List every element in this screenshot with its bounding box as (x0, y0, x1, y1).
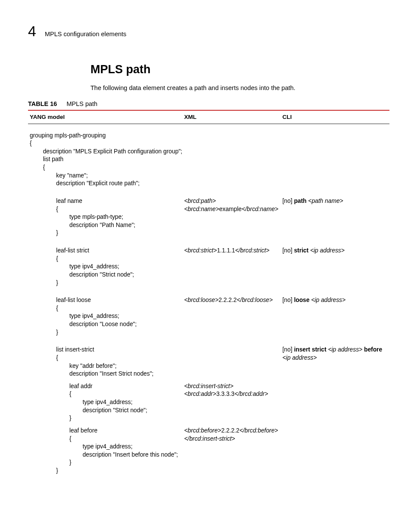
xml-cell: <brcd:strict>1.1.1.1</brcd:strict> (183, 239, 281, 289)
xml-tag: <brcd:name> (184, 206, 219, 212)
yang-cell: leaf-list strict { type ipv4_address; de… (28, 239, 183, 289)
table-row: leaf before { type ipv4_address; descrip… (28, 424, 389, 477)
cli-text: loose (294, 297, 309, 303)
yang-line: { (30, 435, 180, 443)
yang-line: } (30, 459, 180, 467)
yang-line: description "Strict node"; (30, 407, 180, 415)
xml-tag: <brcd:strict> (184, 247, 217, 254)
yang-cell: list insert-strict { key "addr before"; … (28, 338, 183, 380)
table-row: leaf addr { type ipv4_address; descripti… (28, 380, 389, 424)
table-number: TABLE 16 (28, 100, 57, 107)
yang-line: } (30, 279, 180, 287)
cli-cell (281, 424, 389, 477)
yang-line: } (30, 467, 180, 475)
xml-tag: <brcd:addr> (184, 391, 216, 397)
xml-text: 3.3.3.3 (216, 391, 234, 397)
xml-tag: </brcd:addr> (234, 391, 268, 397)
xml-tag: </brcd:loose> (237, 297, 273, 303)
xml-text: 2.2.2.2 (221, 427, 239, 434)
xml-text: 2.2.2.2 (218, 297, 237, 303)
col-header-cli: CLI (281, 110, 389, 124)
yang-cell: grouping mpls-path-grouping { descriptio… (28, 124, 183, 190)
table-row: leaf-list strict { type ipv4_address; de… (28, 239, 389, 289)
cli-text: <ip address> (311, 297, 346, 303)
yang-line: description "Loose node"; (30, 320, 180, 329)
cli-text: [no] (283, 346, 293, 353)
mpls-path-table: YANG model XML CLI grouping mpls-path-gr… (28, 110, 389, 477)
section-intro: The following data element creates a pat… (90, 84, 389, 92)
table-row: grouping mpls-path-grouping { descriptio… (28, 124, 389, 190)
main-content: MPLS path The following data element cre… (90, 62, 389, 92)
xml-tag: <brcd:loose> (184, 297, 219, 303)
cli-text: insert strict (294, 346, 326, 353)
cli-text: strict (294, 247, 308, 254)
xml-tag: <brcd:before> (184, 427, 221, 434)
table-row: leaf name { type mpls-path-type; descrip… (28, 190, 389, 239)
yang-cell: leaf before { type ipv4_address; descrip… (28, 424, 183, 477)
yang-line: description "Strict node"; (30, 271, 180, 279)
yang-line: description "Insert before this node"; (30, 451, 180, 459)
yang-line: type ipv4_address; (30, 398, 180, 407)
xml-cell: <brcd:loose>2.2.2.2</brcd:loose> (183, 289, 281, 338)
xml-tag: <brcd:path> (184, 198, 216, 204)
xml-tag: </brcd:insert-strict> (184, 436, 235, 442)
col-header-yang: YANG model (28, 110, 183, 124)
yang-line: { (30, 205, 180, 214)
cli-text: <ip address> (283, 355, 317, 361)
yang-line: type ipv4_address; (30, 312, 180, 320)
yang-line: leaf addr (30, 383, 180, 391)
cli-text: <ip address> (310, 247, 345, 254)
yang-line: type mpls-path-type; (30, 213, 180, 221)
cli-text: <ip address> (328, 346, 362, 353)
yang-line: leaf before (30, 427, 180, 435)
cli-text: path (294, 198, 306, 204)
yang-cell: leaf addr { type ipv4_address; descripti… (28, 380, 183, 424)
yang-line: leaf-list loose (30, 296, 180, 305)
yang-line: list path (30, 156, 180, 164)
yang-line: { (30, 390, 180, 398)
xml-cell: <brcd:insert-strict> <brcd:addr>3.3.3.3<… (183, 380, 281, 424)
yang-line: { (30, 354, 180, 362)
cli-cell (281, 380, 389, 424)
table-title: MPLS path (66, 100, 97, 107)
yang-line: leaf name (30, 197, 180, 205)
yang-line: } (30, 229, 180, 237)
page-header: 4 MPLS configuration elements (28, 22, 389, 40)
yang-line: type ipv4_address; (30, 443, 180, 451)
cli-cell: [no] strict <ip address> (281, 239, 389, 289)
yang-line: { (30, 255, 180, 263)
cli-text: [no] (283, 198, 293, 204)
xml-text: 1.1.1.1 (217, 247, 235, 254)
yang-line: description "Explicit route path"; (30, 180, 180, 188)
chapter-number: 4 (28, 22, 36, 40)
yang-line: description "MPLS Explicit Path configur… (30, 148, 180, 156)
yang-line: grouping mpls-path-grouping (30, 132, 180, 140)
yang-line: list insert-strict (30, 346, 180, 354)
yang-cell: leaf name { type mpls-path-type; descrip… (28, 190, 183, 239)
xml-cell (183, 124, 281, 190)
xml-text: example (219, 206, 242, 212)
yang-line: description "Path Name"; (30, 221, 180, 230)
xml-tag: <brcd:insert-strict> (184, 383, 234, 389)
yang-cell: leaf-list loose { type ipv4_address; des… (28, 289, 183, 338)
cli-cell (281, 124, 389, 190)
cli-cell: [no] insert strict <ip address> before <… (281, 338, 389, 380)
yang-line: description "Insert Strict nodes"; (30, 370, 180, 378)
section-title: MPLS path (90, 62, 389, 77)
yang-line: } (30, 329, 180, 337)
cli-text: before (364, 346, 382, 353)
xml-tag: </brcd:before> (240, 427, 278, 434)
yang-line: { (30, 140, 180, 148)
cli-text: [no] (283, 247, 293, 254)
cli-cell: [no] path <path name> (281, 190, 389, 239)
xml-cell: <brcd:path> <brcd:name>example</brcd:nam… (183, 190, 281, 239)
xml-cell: <brcd:before>2.2.2.2</brcd:before> </brc… (183, 424, 281, 477)
table-header-row: YANG model XML CLI (28, 110, 389, 124)
chapter-title: MPLS configuration elements (45, 30, 126, 38)
yang-line: key "name"; (30, 172, 180, 180)
yang-line: } (30, 414, 180, 423)
cli-text: [no] (283, 297, 293, 303)
xml-tag: </brcd:name> (242, 206, 278, 212)
table-row: leaf-list loose { type ipv4_address; des… (28, 289, 389, 338)
yang-line: { (30, 164, 180, 172)
